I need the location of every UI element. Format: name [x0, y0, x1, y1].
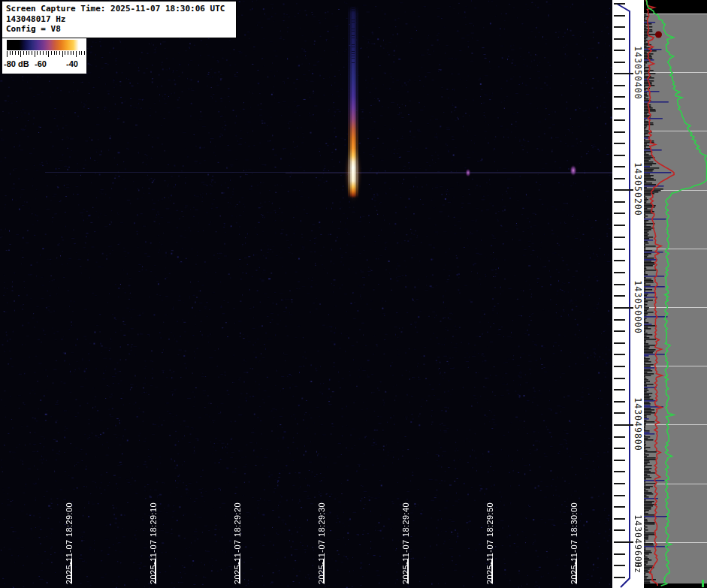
freq-tick-minor: [614, 553, 625, 555]
freq-tick-minor: [614, 26, 625, 28]
freq-tick-minor: [614, 237, 625, 238]
scale-tick: [71, 51, 71, 55]
freq-tick-minor: [614, 50, 625, 51]
freq-tick-minor: [614, 225, 625, 226]
freq-tick-minor: [614, 260, 625, 261]
freq-tick-minor: [614, 272, 625, 273]
freq-label: 143050000: [633, 280, 643, 333]
color-gradient-bar: [7, 40, 84, 50]
freq-tick-minor: [614, 85, 625, 86]
freq-tick-minor: [614, 436, 625, 438]
scale-tick: [23, 51, 24, 55]
freq-tick-minor: [614, 366, 625, 367]
scale-tick: [81, 51, 82, 55]
freq-tick-minor: [614, 155, 625, 156]
scale-tick: [59, 51, 60, 55]
scale-tick: [7, 51, 8, 57]
freq-tick-minor: [614, 460, 625, 461]
freq-tick-major: [614, 424, 633, 426]
freq-tick-minor: [614, 166, 625, 167]
freq-tick-major: [614, 541, 633, 543]
freq-tick-minor: [614, 213, 625, 214]
freq-tick-minor: [614, 295, 625, 297]
freq-tick-minor: [614, 284, 625, 285]
live-spectrum-panel: [644, 0, 707, 588]
scale-tick: [12, 51, 13, 55]
frequency-axis: 1430504001430502001430500001430498001430…: [612, 0, 644, 588]
scale-tick: [18, 51, 19, 55]
time-label: 2025-11-07 18:29:30: [317, 502, 326, 584]
scale-tick: [62, 51, 63, 57]
config-text: Config = V8: [6, 24, 234, 35]
frequency-unit-label: Hz: [633, 562, 643, 574]
scale-tick: [46, 51, 47, 55]
freq-tick-minor: [614, 201, 625, 203]
scale-tick: [15, 51, 16, 55]
freq-tick-minor: [614, 15, 625, 17]
freq-tick-minor: [614, 119, 625, 121]
freq-tick-minor: [614, 389, 625, 390]
freq-tick-minor: [614, 342, 625, 344]
scale-tick: [65, 51, 65, 55]
color-scale-legend: -80 dB -60 -40: [2, 38, 86, 74]
time-label: 2025-11-07 18:29:20: [233, 502, 242, 584]
scale-tick: [79, 51, 80, 55]
freq-label: 143050400: [633, 46, 643, 99]
freq-tick-minor: [614, 518, 625, 520]
freq-tick-minor: [614, 412, 625, 414]
scale-tick: [29, 51, 29, 55]
freq-tick-major: [614, 307, 633, 309]
freq-tick-minor: [614, 495, 625, 496]
freq-tick-minor: [614, 330, 625, 332]
freq-tick-minor: [614, 354, 625, 355]
freq-tick-minor: [614, 577, 625, 578]
freq-tick-minor: [614, 529, 625, 531]
freq-tick-minor: [614, 3, 625, 5]
scale-tick: [51, 51, 52, 55]
time-label: 2025-11-07 18:29:10: [149, 502, 158, 584]
capture-time-text: Screen Capture Time: 2025-11-07 18:30:06…: [6, 4, 234, 14]
freq-tick-minor: [614, 108, 625, 110]
freq-tick-minor: [614, 143, 625, 144]
scale-tick: [84, 51, 85, 55]
freq-tick-major: [614, 73, 633, 74]
scale-tick: [56, 51, 57, 55]
freq-tick-minor: [614, 178, 625, 179]
center-frequency-text: 143048017 Hz: [6, 14, 234, 25]
app-window: 1430504001430502001430500001430498001430…: [0, 0, 707, 588]
scale-tick: [54, 51, 55, 55]
scale-tick: [26, 51, 27, 55]
freq-tick-minor: [614, 131, 625, 133]
scale-tick: [37, 51, 38, 55]
freq-label: 143049800: [633, 397, 643, 451]
scale-tick: [35, 51, 35, 57]
freq-tick-minor: [614, 448, 625, 449]
scale-tick: [10, 51, 11, 55]
freq-tick-minor: [614, 319, 625, 321]
freq-label: 143049600: [633, 514, 643, 568]
scale-label-80db: -80 dB: [4, 59, 29, 68]
capture-info-box: Screen Capture Time: 2025-11-07 18:30:06…: [2, 1, 237, 38]
freq-tick-minor: [614, 506, 625, 508]
freq-tick-minor: [614, 401, 625, 403]
freq-tick-minor: [614, 378, 625, 379]
freq-tick-minor: [614, 38, 625, 40]
time-label: 2025-11-07 18:29:40: [401, 502, 410, 584]
scale-tick: [20, 51, 21, 57]
time-label: 2025-11-07 18:29:50: [485, 502, 494, 584]
freq-tick-minor: [614, 249, 625, 250]
scale-tick: [32, 51, 32, 55]
freq-label: 143050200: [633, 162, 643, 216]
freq-tick-minor: [614, 62, 625, 63]
freq-tick-minor: [614, 471, 625, 472]
scale-tick: [73, 51, 74, 55]
freq-tick-major: [614, 189, 633, 191]
scale-tick: [43, 51, 44, 55]
time-label: 2025-11-07 18:30:00: [570, 502, 579, 584]
freq-tick-minor: [614, 483, 625, 484]
scale-tick: [48, 51, 49, 57]
scale-tick: [76, 51, 77, 57]
freq-tick-minor: [614, 96, 625, 98]
scale-tick: [40, 51, 41, 55]
freq-tick-minor: [614, 565, 625, 566]
